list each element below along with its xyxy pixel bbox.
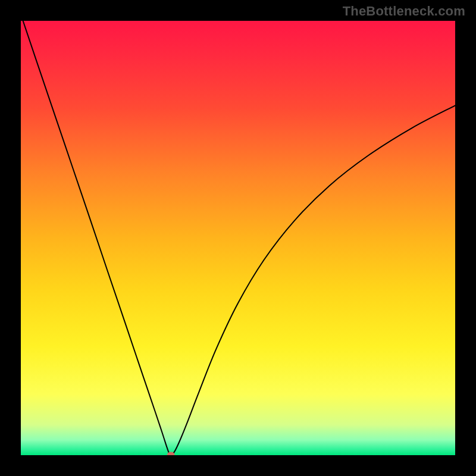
chart-canvas: [21, 21, 455, 455]
gradient-background: [21, 21, 455, 455]
plot-area: [21, 21, 455, 455]
chart-frame: TheBottleneck.com: [0, 0, 476, 476]
watermark-text: TheBottleneck.com: [343, 4, 465, 19]
